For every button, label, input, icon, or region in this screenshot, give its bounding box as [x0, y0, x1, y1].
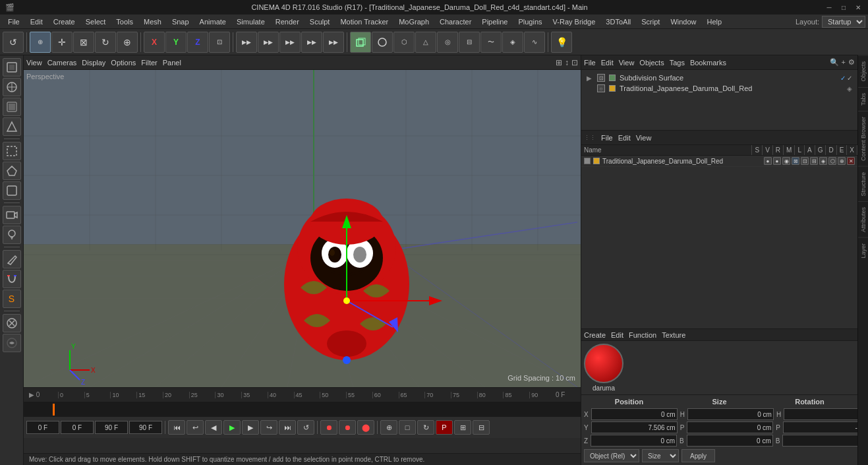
- object-select-button[interactable]: [3, 181, 21, 200]
- goto-end-button[interactable]: ⏭: [279, 420, 296, 435]
- menu-animate[interactable]: Animate: [194, 16, 231, 27]
- play-button[interactable]: ▶: [223, 420, 241, 435]
- om-visible-icon[interactable]: ✓: [840, 75, 846, 82]
- menu-vray[interactable]: V-Ray Bridge: [548, 16, 601, 27]
- prev-key-button[interactable]: ↩: [187, 420, 204, 435]
- menu-plugins[interactable]: Plugins: [513, 16, 547, 27]
- light-panel-button[interactable]: [3, 226, 21, 244]
- z-axis-button[interactable]: Z: [187, 32, 208, 53]
- texture-mode-button[interactable]: [3, 78, 21, 96]
- loop-button[interactable]: ↺: [297, 420, 314, 435]
- start-frame-input[interactable]: [61, 421, 94, 434]
- ffd-button[interactable]: ◈: [502, 32, 523, 53]
- transform-tool-button[interactable]: ⊕: [117, 32, 138, 53]
- size-mode-dropdown[interactable]: Size Scale: [642, 449, 679, 462]
- viewport-menu-filter[interactable]: Filter: [141, 59, 157, 67]
- render-picture-button[interactable]: ▶▶: [279, 32, 301, 53]
- tab-structure[interactable]: Structure: [858, 166, 868, 202]
- poly-select-button[interactable]: [3, 162, 21, 180]
- keyframe-tl-button[interactable]: ⊟: [473, 420, 490, 435]
- spline-tool-button[interactable]: S: [3, 290, 21, 308]
- render-to-po-button[interactable]: ▶▶: [301, 32, 322, 53]
- autokey-button[interactable]: ⬤: [357, 420, 374, 435]
- psr-rotation-h[interactable]: [784, 408, 868, 420]
- edge-mode-button[interactable]: [3, 98, 21, 116]
- sphere-button[interactable]: [372, 32, 393, 53]
- viewport-menu-panel[interactable]: Panel: [163, 59, 181, 67]
- attr-x-icon[interactable]: ✕: [847, 157, 855, 165]
- light-button[interactable]: 💡: [551, 32, 572, 53]
- current-frame-input[interactable]: [26, 421, 59, 434]
- menu-render[interactable]: Render: [270, 16, 304, 27]
- tab-attributes[interactable]: Attributes: [858, 201, 868, 237]
- coord-system-dropdown[interactable]: Object (Rel) World: [584, 449, 639, 462]
- menu-help[interactable]: Help: [702, 16, 728, 27]
- attr-s-icon[interactable]: ●: [764, 157, 772, 165]
- viewport-settings-icon[interactable]: ⊡: [571, 58, 578, 67]
- menu-mograph[interactable]: MoGraph: [393, 16, 434, 27]
- close-button[interactable]: ✕: [854, 3, 863, 12]
- viewport-unfold-icon[interactable]: ↕: [565, 58, 569, 67]
- render-active-button[interactable]: ▶▶: [258, 32, 279, 53]
- menu-script[interactable]: Script: [636, 16, 665, 27]
- menu-mesh[interactable]: Mesh: [138, 16, 167, 27]
- psr-size-h[interactable]: [687, 408, 774, 420]
- y-axis-button[interactable]: Y: [165, 32, 187, 53]
- menu-file[interactable]: File: [3, 16, 25, 27]
- end-frame-input[interactable]: [95, 421, 128, 434]
- paint-button[interactable]: [3, 314, 21, 332]
- am-menu-file[interactable]: File: [601, 134, 613, 142]
- psr-position-x[interactable]: [591, 408, 678, 420]
- x-axis-button[interactable]: X: [144, 32, 165, 53]
- menu-window[interactable]: Window: [665, 16, 701, 27]
- menu-tools[interactable]: Tools: [111, 16, 138, 27]
- tab-content-browser[interactable]: Content Browser: [858, 111, 868, 166]
- move-tool-button[interactable]: ✛: [51, 32, 72, 53]
- om-plus-icon[interactable]: +: [842, 58, 846, 67]
- move-tl-button[interactable]: ⊕: [380, 420, 397, 435]
- om-menu-objects[interactable]: Objects: [639, 59, 664, 67]
- apply-button[interactable]: Apply: [681, 449, 715, 462]
- rotate-tool-button[interactable]: ↻: [95, 32, 116, 53]
- menu-select[interactable]: Select: [80, 16, 111, 27]
- om-menu-view[interactable]: View: [619, 59, 635, 67]
- point-mode-button[interactable]: [3, 117, 21, 136]
- magnet-button[interactable]: [3, 270, 21, 288]
- viewport-menu-options[interactable]: Options: [111, 59, 136, 67]
- select-tl-button[interactable]: □: [399, 420, 416, 435]
- layout-select[interactable]: Startup: [822, 16, 865, 28]
- minimize-button[interactable]: ─: [825, 3, 834, 12]
- menu-pipeline[interactable]: Pipeline: [477, 16, 513, 27]
- attr-r-icon[interactable]: ◉: [782, 157, 790, 165]
- bezier-button[interactable]: ∿: [524, 32, 545, 53]
- material-preview[interactable]: [584, 344, 623, 383]
- attr-d-icon[interactable]: ⬡: [828, 157, 836, 165]
- viewport-menu-display[interactable]: Display: [82, 59, 105, 67]
- mat-menu-edit[interactable]: Edit: [611, 331, 623, 339]
- timeline-track[interactable]: [24, 402, 581, 417]
- attr-a-icon[interactable]: ⊟: [810, 157, 818, 165]
- viewport-menu-view[interactable]: View: [26, 59, 42, 67]
- record-all-button[interactable]: ⏺: [339, 420, 356, 435]
- tab-layer[interactable]: Layer: [858, 237, 868, 264]
- menu-create[interactable]: Create: [48, 16, 80, 27]
- psr-position-y[interactable]: [591, 421, 678, 433]
- plane-button[interactable]: ⊟: [459, 32, 480, 53]
- menu-snap[interactable]: Snap: [167, 16, 194, 27]
- next-frame-button[interactable]: ▶: [242, 420, 259, 435]
- menu-edit[interactable]: Edit: [25, 16, 48, 27]
- mat-menu-texture[interactable]: Texture: [662, 331, 685, 339]
- attr-row-daruma[interactable]: Traditional_Japanese_Daruma_Doll_Red ● ●…: [581, 156, 857, 167]
- am-menu-edit[interactable]: Edit: [618, 134, 631, 142]
- viewport-menu-cameras[interactable]: Cameras: [47, 59, 77, 67]
- menu-sculpt[interactable]: Sculpt: [304, 16, 335, 27]
- attr-g-icon[interactable]: ◈: [819, 157, 827, 165]
- om-item-daruma[interactable]: ○ Traditional_Japanese_Daruma_Doll_Red ◈: [584, 83, 855, 94]
- cone-button[interactable]: △: [415, 32, 436, 53]
- om-item-subdivision[interactable]: ▶ ⊡ Subdivision Surface ✓ ✓: [584, 73, 855, 83]
- box-select-button[interactable]: [3, 142, 21, 160]
- psr-rotation-b[interactable]: [782, 435, 868, 447]
- grid-tl-button[interactable]: ⊞: [454, 420, 471, 435]
- psr-position-z[interactable]: [591, 435, 677, 447]
- om-daruma-tag-icon[interactable]: ◈: [847, 85, 852, 92]
